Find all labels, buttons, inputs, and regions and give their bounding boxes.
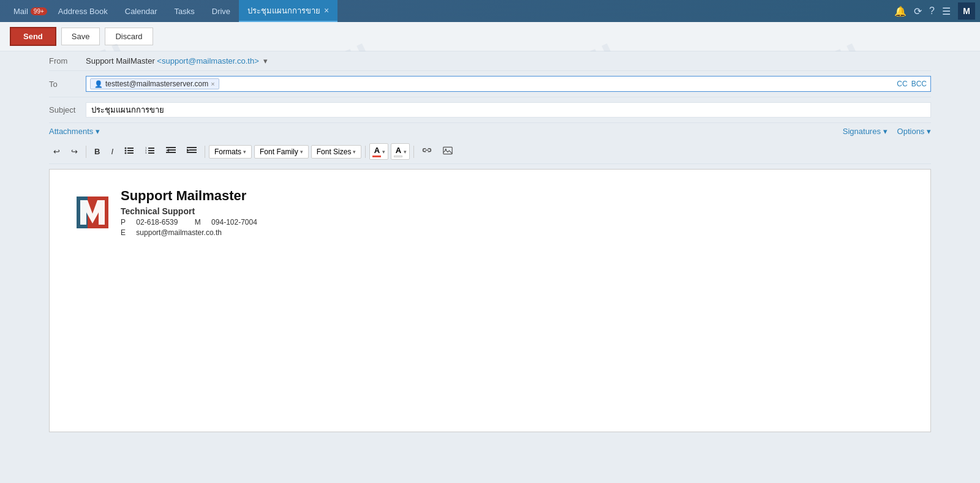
from-row: From Support MailMaster <support@mailmas… [49, 51, 931, 71]
to-row: To 👤 testtest@mailmasterserver.com × CC … [49, 71, 931, 97]
bg-color-arrow-icon: ▾ [404, 149, 407, 155]
svg-rect-17 [189, 149, 197, 151]
nav-address-book[interactable]: Address Book [50, 0, 116, 22]
svg-point-0 [125, 148, 127, 149]
svg-rect-7 [148, 148, 154, 149]
bg-color-button[interactable]: A ▾ [391, 143, 410, 160]
subject-label: Subject [49, 105, 86, 114]
attachments-row: Attachments ▾ Signatures ▾ Options ▾ [49, 123, 931, 140]
indent-less-button[interactable] [162, 144, 180, 159]
remove-recipient-icon[interactable]: × [211, 80, 214, 88]
font-sizes-dropdown[interactable]: Font Sizes ▾ [311, 145, 362, 159]
svg-rect-3 [127, 150, 134, 151]
recipient-tag: 👤 testtest@mailmasterserver.com × [90, 78, 219, 89]
bullet-list-icon [124, 146, 134, 155]
person-icon: 👤 [94, 80, 103, 88]
bcc-button[interactable]: BCC [911, 80, 927, 88]
refresh-icon[interactable]: ⟳ [914, 6, 922, 17]
send-button[interactable]: Send [10, 27, 56, 46]
link-icon [422, 146, 432, 155]
italic-button[interactable]: I [107, 144, 118, 159]
svg-rect-18 [187, 152, 197, 153]
menu-icon[interactable]: ☰ [942, 6, 951, 17]
svg-rect-12 [166, 147, 176, 148]
bold-button[interactable]: B [90, 144, 104, 159]
sig-title: Technical Support [121, 206, 262, 216]
undo-button[interactable]: ↩ [49, 144, 64, 159]
font-color-arrow-icon: ▾ [382, 149, 385, 155]
bg-color-indicator: A [394, 146, 402, 157]
svg-point-2 [125, 150, 127, 152]
svg-rect-13 [168, 149, 176, 151]
formats-arrow-icon: ▾ [243, 149, 246, 155]
mail-badge: 99+ [31, 7, 47, 15]
to-input[interactable] [222, 80, 890, 89]
svg-marker-15 [166, 149, 169, 152]
close-tab-icon[interactable]: × [324, 6, 329, 15]
attachments-button[interactable]: Attachments ▾ [49, 127, 100, 136]
compose-toolbar: Send Save Discard [0, 22, 980, 51]
signature-block: Support Mailmaster Technical Support P 0… [74, 188, 906, 237]
signatures-button[interactable]: Signatures ▾ [843, 127, 888, 136]
cc-bcc-buttons: CC BCC [897, 80, 927, 88]
indent-more-icon [187, 146, 197, 155]
top-nav: Mail 99+ Address Book Calendar Tasks Dri… [0, 0, 980, 22]
discard-button[interactable]: Discard [105, 28, 153, 45]
indent-less-icon [166, 146, 176, 155]
sig-phone: P 02-618-6539 M 094-102-7004 [121, 218, 262, 227]
font-color-button[interactable]: A ▾ [369, 143, 388, 160]
nav-calendar[interactable]: Calendar [116, 0, 166, 22]
svg-point-4 [125, 152, 127, 154]
from-dropdown-icon[interactable]: ▾ [263, 56, 268, 66]
right-options: Signatures ▾ Options ▾ [843, 127, 931, 136]
nav-tasks[interactable]: Tasks [166, 0, 203, 22]
editor-body[interactable]: Support Mailmaster Technical Support P 0… [49, 169, 931, 432]
image-icon [443, 146, 453, 155]
font-sizes-arrow-icon: ▾ [353, 149, 356, 155]
nav-active-tab[interactable]: ประชุมแผนกการขาย × [239, 0, 337, 22]
signature-text-block: Support Mailmaster Technical Support P 0… [121, 188, 262, 237]
help-icon[interactable]: ? [929, 6, 935, 17]
bell-icon[interactable]: 🔔 [894, 6, 907, 17]
to-field-container[interactable]: 👤 testtest@mailmasterserver.com × CC BCC [86, 76, 931, 92]
company-logo [74, 194, 111, 231]
toolbar-separator-3 [365, 146, 366, 158]
formats-dropdown[interactable]: Formats ▾ [209, 145, 252, 159]
font-family-arrow-icon: ▾ [300, 149, 303, 155]
nav-drive[interactable]: Drive [203, 0, 239, 22]
compose-area: From Support MailMaster <support@mailmas… [0, 51, 980, 481]
font-family-dropdown[interactable]: Font Family ▾ [254, 145, 309, 159]
cc-button[interactable]: CC [897, 80, 907, 88]
svg-rect-9 [148, 150, 154, 151]
nav-right-actions: 🔔 ⟳ ? ☰ M [894, 2, 975, 20]
attachments-left: Attachments ▾ [49, 127, 100, 136]
svg-rect-1 [127, 148, 134, 149]
save-button[interactable]: Save [61, 28, 100, 45]
redo-button[interactable]: ↪ [67, 144, 82, 159]
subject-input[interactable] [86, 102, 931, 118]
avatar[interactable]: M [958, 2, 975, 20]
svg-rect-16 [187, 147, 197, 148]
link-button[interactable] [418, 144, 436, 159]
svg-text:3.: 3. [145, 151, 147, 154]
company-name: Support Mailmaster [121, 188, 262, 204]
toolbar-separator-1 [86, 146, 86, 158]
indent-more-button[interactable] [183, 144, 201, 159]
svg-rect-14 [166, 152, 176, 153]
sig-email: E support@mailmaster.co.th [121, 228, 262, 237]
numbered-list-icon: 1. 2. 3. [145, 146, 155, 155]
subject-row: Subject [49, 97, 931, 123]
toolbar-separator-2 [205, 146, 205, 158]
font-color-indicator: A [372, 146, 381, 157]
image-button[interactable] [439, 144, 457, 159]
svg-marker-19 [187, 149, 190, 152]
editor-toolbar: ↩ ↪ B I 1. 2. 3. [49, 140, 931, 164]
numbered-list-button[interactable]: 1. 2. 3. [141, 144, 159, 159]
to-label: To [49, 80, 86, 89]
svg-rect-20 [443, 147, 452, 154]
svg-rect-5 [127, 152, 134, 154]
bullet-list-button[interactable] [120, 144, 138, 159]
svg-rect-11 [148, 152, 154, 154]
nav-mail[interactable]: Mail 99+ [5, 0, 50, 22]
options-button[interactable]: Options ▾ [897, 127, 931, 136]
